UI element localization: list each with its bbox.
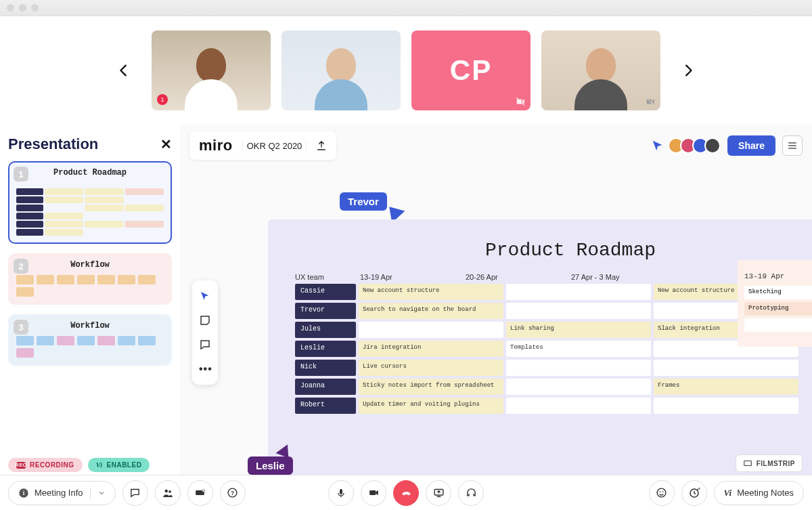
apps-button[interactable]: +	[681, 480, 707, 506]
miro-toolbox: •••	[192, 280, 218, 385]
end-call-button[interactable]	[393, 480, 419, 506]
col-header: 27 Apr - 3 May	[571, 273, 673, 281]
roadmap-header-row: UX team 13-19 Apr 20-26 Apr 27 Apr - 3 M…	[295, 273, 798, 281]
roadmap-cell[interactable]: New account structure	[359, 284, 503, 300]
sticky-note-tool[interactable]	[199, 314, 211, 326]
roadmap-cell[interactable]	[506, 360, 651, 376]
roadmap-cell[interactable]	[359, 322, 503, 338]
roadmap-row: JulesLink sharingSlack integration	[295, 322, 798, 338]
layout-button[interactable]	[187, 480, 213, 506]
filmstrip-button[interactable]: FILMSTRIP	[736, 454, 803, 472]
roadmap-row: NickLive cursors	[295, 360, 798, 376]
video-tile-1[interactable]: 1	[152, 30, 271, 110]
cursor-follow-icon[interactable]	[650, 138, 665, 153]
board-name-button[interactable]: OKR Q2 2020	[242, 141, 307, 151]
user-cursor-trevor: Trevor	[340, 192, 387, 211]
comment-tool[interactable]	[199, 339, 211, 351]
roadmap-row: CassieNew account structureNew account s…	[295, 284, 798, 300]
col-header: 20-26 Apr	[466, 273, 567, 281]
roadmap-cell[interactable]: Live cursors	[359, 360, 503, 376]
roadmap-cell[interactable]	[506, 398, 651, 414]
video-tile-placeholder[interactable]: CP	[411, 30, 531, 110]
video-tile-4[interactable]	[541, 30, 660, 110]
roadmap-cell[interactable]: Templates	[506, 341, 651, 357]
camera-off-icon	[516, 97, 525, 106]
svg-point-12	[657, 488, 666, 497]
slide-thumb-3[interactable]: 3 Workflow	[8, 314, 172, 366]
headphones-button[interactable]	[458, 480, 484, 506]
svg-point-13	[660, 491, 661, 492]
roadmap-row: JoannaSticky notes import from spreadshe…	[295, 379, 798, 395]
screenshare-button[interactable]	[426, 480, 451, 506]
board-title: Product Roadmap	[342, 240, 798, 261]
roadmap-cell[interactable]	[506, 379, 651, 395]
board-header: miro OKR Q2 2020	[189, 131, 336, 160]
slide-title: Workflow	[16, 260, 164, 270]
svg-point-6	[202, 490, 205, 492]
col-header: 13-19 Apr	[360, 273, 461, 281]
meeting-toolbar: i Meeting Info ? + Vi Meeting Notes	[0, 475, 812, 510]
close-sidebar-button[interactable]: ✕	[160, 136, 172, 152]
camera-button[interactable]	[361, 480, 386, 506]
side-frame-row	[744, 318, 812, 332]
vi-label: ENABLED	[107, 461, 142, 469]
roadmap-frame[interactable]: Product Roadmap UX team 13-19 Apr 20-26 …	[268, 219, 812, 475]
camera-off-icon	[646, 97, 655, 106]
roadmap-cell[interactable]	[654, 360, 798, 376]
help-button[interactable]: ?	[220, 480, 246, 506]
board-top-controls: miro OKR Q2 2020 Share	[189, 131, 803, 160]
slide-thumb-1[interactable]: 1 Product Roadmap	[8, 161, 172, 244]
select-tool[interactable]	[199, 290, 211, 302]
sidebar-title: Presentation	[8, 135, 98, 153]
roadmap-cell[interactable]: Sticky notes import from spreadsheet	[359, 379, 503, 395]
traffic-light-max[interactable]	[31, 4, 39, 12]
initials: CP	[450, 54, 492, 87]
video-next-button[interactable]	[671, 30, 705, 111]
share-button[interactable]: Share	[727, 135, 775, 156]
video-row: 1 CP	[0, 16, 812, 125]
more-tool[interactable]: •••	[199, 363, 211, 375]
meeting-notes-button[interactable]: Vi Meeting Notes	[714, 481, 804, 505]
export-icon[interactable]	[316, 140, 327, 151]
traffic-light-close[interactable]	[7, 4, 14, 12]
participants-button[interactable]	[155, 480, 181, 506]
recording-badge[interactable]: REC RECORDING	[8, 458, 83, 472]
reactions-button[interactable]	[649, 480, 675, 506]
roadmap-cell[interactable]	[506, 303, 651, 319]
workflow-frame-peek[interactable]: 13-19 Apr Sketching Prototyping	[738, 260, 812, 347]
roadmap-cell[interactable]	[654, 398, 798, 414]
roadmap-cell[interactable]: Link sharing	[506, 322, 651, 338]
roadmap-cell[interactable]: Jira integration	[359, 341, 503, 357]
miro-logo[interactable]: miro	[199, 137, 233, 154]
meeting-info-label: Meeting Info	[35, 488, 83, 498]
roadmap-row: TrevorSearch to navigate on the board	[295, 303, 798, 319]
slide-thumb-2[interactable]: 2 Workflow	[8, 253, 172, 305]
roadmap-cell[interactable]	[506, 284, 651, 300]
video-prev-button[interactable]	[107, 30, 141, 111]
meeting-info-button[interactable]: i Meeting Info	[8, 481, 116, 505]
vi-enabled-badge[interactable]: Vi ENABLED	[88, 458, 150, 472]
svg-rect-0	[744, 461, 751, 466]
roadmap-cell[interactable]: Update timer and voiting plugins	[359, 398, 503, 414]
team-header: UX team	[295, 273, 356, 281]
mic-button[interactable]	[328, 480, 354, 506]
video-tile-2[interactable]	[281, 30, 401, 110]
roadmap-cell[interactable]: Search to navigate on the board	[359, 303, 503, 319]
chat-button[interactable]	[122, 480, 148, 506]
avatar-stack[interactable]	[672, 137, 721, 154]
board-collab-controls: Share	[650, 135, 803, 156]
window-titlebar	[0, 0, 812, 16]
svg-point-3	[164, 489, 168, 492]
member-name: Robert	[295, 398, 356, 414]
traffic-light-min[interactable]	[19, 4, 26, 12]
tile-badge: 1	[157, 94, 168, 105]
member-name: Jules	[295, 322, 356, 338]
activity-icon[interactable]	[782, 135, 803, 156]
slide-number: 1	[14, 167, 28, 182]
svg-rect-10	[369, 490, 376, 495]
roadmap-cell[interactable]: Frames	[654, 379, 798, 395]
avatar	[704, 137, 721, 154]
miro-canvas[interactable]: miro OKR Q2 2020 Share	[180, 125, 812, 475]
meeting-notes-label: Meeting Notes	[737, 488, 794, 498]
svg-point-14	[662, 491, 664, 492]
